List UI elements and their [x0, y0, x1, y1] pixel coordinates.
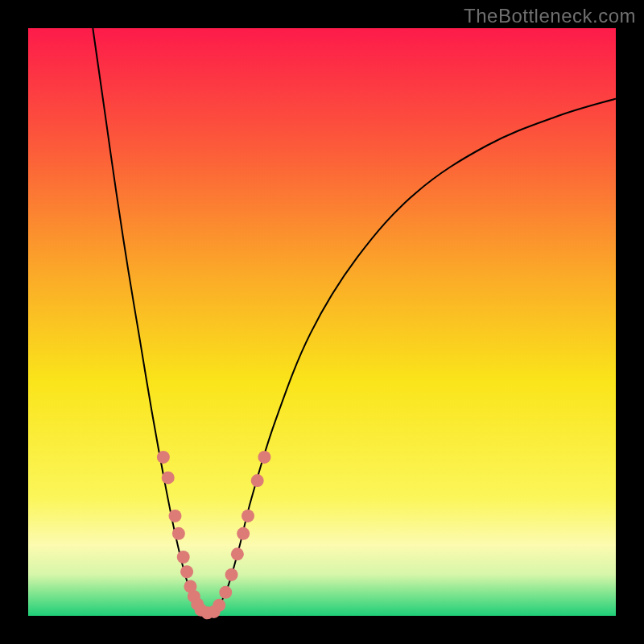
- marker-point: [157, 451, 170, 464]
- watermark-text: TheBottleneck.com: [464, 5, 636, 27]
- marker-point: [162, 471, 175, 484]
- plot-area: [28, 28, 616, 616]
- marker-point: [251, 474, 264, 487]
- marker-point: [242, 510, 254, 522]
- marker-point: [177, 551, 190, 564]
- curves-layer: [28, 28, 616, 616]
- marker-point: [225, 568, 238, 581]
- marker-point: [169, 510, 182, 522]
- series-right-curve: [208, 99, 616, 616]
- marker-point: [172, 527, 185, 540]
- marker-point: [180, 565, 193, 578]
- marker-point: [231, 547, 244, 560]
- marker-point: [237, 527, 250, 540]
- series-left-curve: [93, 28, 207, 616]
- marker-point: [219, 586, 232, 599]
- marker-point: [213, 599, 225, 612]
- marker-point: [258, 451, 270, 464]
- chart-frame: TheBottleneck.com: [0, 0, 644, 644]
